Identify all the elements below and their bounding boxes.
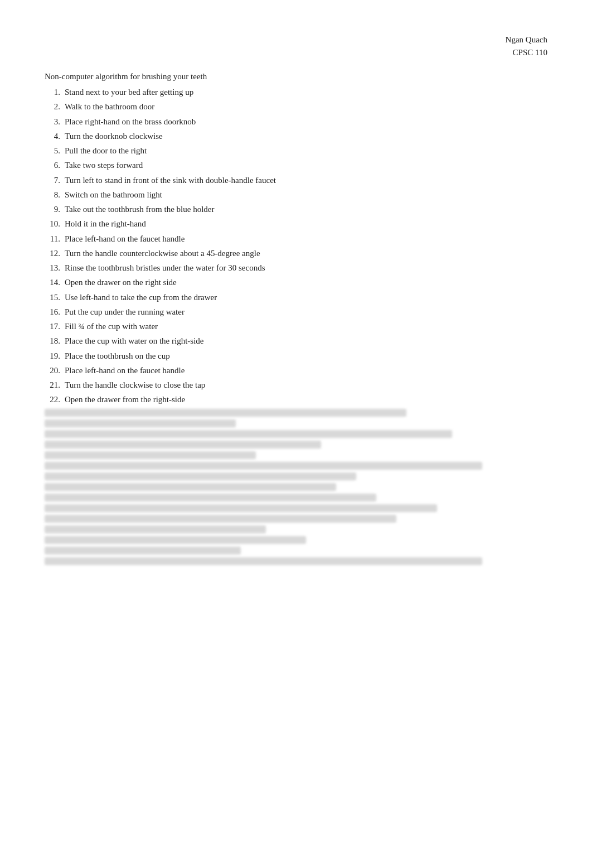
list-item-number: 13. [45,262,65,274]
list-item-number: 22. [45,393,65,406]
list-item-text: Use left-hand to take the cup from the d… [65,291,217,304]
list-item-number: 6. [45,159,65,172]
list-item-text: Walk to the bathroom door [65,100,154,113]
blurred-line [45,494,376,501]
blurred-line [45,472,356,480]
list-item: 20.Place left-hand on the faucet handle [45,364,547,377]
list-item: 14.Open the drawer on the right side [45,276,547,289]
blurred-line [45,409,406,417]
list-item-text: Rinse the toothbrush bristles under the … [65,262,265,274]
list-item: 21.Turn the handle clockwise to close th… [45,379,547,392]
steps-list: 1.Stand next to your bed after getting u… [45,86,547,407]
blurred-line [45,525,266,533]
blurred-line [45,462,482,470]
blurred-line [45,483,336,491]
list-item-number: 8. [45,189,65,201]
list-item: 18.Place the cup with water on the right… [45,335,547,348]
list-item-number: 5. [45,144,65,157]
list-item-number: 14. [45,276,65,289]
list-item: 1.Stand next to your bed after getting u… [45,86,547,99]
list-item: 2.Walk to the bathroom door [45,100,547,113]
list-item: 13.Rinse the toothbrush bristles under t… [45,262,547,274]
list-item: 6.Take two steps forward [45,159,547,172]
list-item-text: Put the cup under the running water [65,306,185,319]
blurred-section [45,409,547,565]
list-item-text: Place left-hand on the faucet handle [65,233,185,245]
list-item-number: 1. [45,86,65,99]
list-item-text: Turn the handle counterclockwise about a… [65,247,260,260]
list-item-number: 20. [45,364,65,377]
blurred-line [45,536,306,544]
list-item-number: 9. [45,203,65,216]
header-info: Ngan Quach CPSC 110 [45,33,547,59]
list-item: 15.Use left-hand to take the cup from th… [45,291,547,304]
list-item: 12.Turn the handle counterclockwise abou… [45,247,547,260]
blurred-line [45,557,482,565]
list-item: 19.Place the toothbrush on the cup [45,350,547,363]
list-item: 17.Fill ¾ of the cup with water [45,320,547,333]
blurred-line [45,419,236,427]
list-item: 9.Take out the toothbrush from the blue … [45,203,547,216]
list-item-number: 12. [45,247,65,260]
list-item-number: 10. [45,218,65,230]
list-item-text: Turn the handle clockwise to close the t… [65,379,205,392]
list-item-text: Place left-hand on the faucet handle [65,364,185,377]
blurred-line [45,504,437,512]
list-item-text: Open the drawer from the right-side [65,393,185,406]
list-item-number: 2. [45,100,65,113]
list-item-number: 15. [45,291,65,304]
list-item-text: Open the drawer on the right side [65,276,177,289]
list-item-number: 18. [45,335,65,348]
list-item-number: 3. [45,115,65,128]
list-item-text: Pull the door to the right [65,144,147,157]
list-item-text: Turn left to stand in front of the sink … [65,174,276,187]
blurred-line [45,451,256,459]
list-item-text: Fill ¾ of the cup with water [65,320,158,333]
list-item-text: Turn the doorknob clockwise [65,130,163,143]
list-item: 4.Turn the doorknob clockwise [45,130,547,143]
list-item: 22.Open the drawer from the right-side [45,393,547,406]
list-item-text: Place the cup with water on the right-si… [65,335,204,348]
list-item: 8.Switch on the bathroom light [45,189,547,201]
blurred-line [45,515,396,523]
list-item-text: Place the toothbrush on the cup [65,350,170,363]
list-item-text: Take out the toothbrush from the blue ho… [65,203,214,216]
list-item-number: 21. [45,379,65,392]
list-item: 16.Put the cup under the running water [45,306,547,319]
course-name: CPSC 110 [45,46,547,59]
list-item: 10.Hold it in the right-hand [45,218,547,230]
list-item: 3.Place right-hand on the brass doorknob [45,115,547,128]
list-item-text: Take two steps forward [65,159,143,172]
list-item-number: 7. [45,174,65,187]
blurred-line [45,430,452,438]
list-item: 5.Pull the door to the right [45,144,547,157]
list-item-text: Switch on the bathroom light [65,189,162,201]
list-item-number: 16. [45,306,65,319]
list-item: 7.Turn left to stand in front of the sin… [45,174,547,187]
list-item-text: Hold it in the right-hand [65,218,146,230]
blurred-line [45,547,241,554]
list-item-number: 11. [45,233,65,245]
list-item-text: Stand next to your bed after getting up [65,86,193,99]
list-item-number: 19. [45,350,65,363]
list-item: 11.Place left-hand on the faucet handle [45,233,547,245]
list-item-text: Place right-hand on the brass doorknob [65,115,196,128]
blurred-line [45,441,321,449]
list-item-number: 4. [45,130,65,143]
author-name: Ngan Quach [45,33,547,46]
list-item-number: 17. [45,320,65,333]
page-title: Non-computer algorithm for brushing your… [45,72,547,81]
